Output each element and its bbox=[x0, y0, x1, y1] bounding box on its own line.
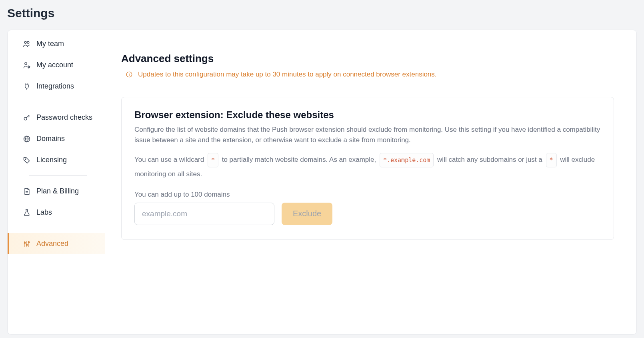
tag-icon bbox=[23, 156, 31, 164]
sidebar-item-password-checks[interactable]: Password checks bbox=[8, 107, 105, 128]
sidebar-item-label: My account bbox=[36, 61, 73, 69]
plug-icon bbox=[23, 82, 31, 91]
settings-sidebar: My team My account Integrations Pass bbox=[7, 30, 105, 335]
user-gear-icon bbox=[23, 61, 31, 69]
domain-input-row: Exclude bbox=[134, 203, 601, 225]
domain-input[interactable] bbox=[134, 203, 274, 225]
sidebar-item-label: My team bbox=[36, 40, 64, 48]
exclude-button[interactable]: Exclude bbox=[282, 203, 332, 225]
flask-icon bbox=[23, 209, 31, 217]
svg-point-2 bbox=[25, 62, 27, 64]
sidebar-separator bbox=[29, 102, 87, 102]
key-icon bbox=[23, 114, 31, 122]
svg-point-1 bbox=[27, 41, 29, 43]
sidebar-item-label: Plan & Billing bbox=[36, 187, 79, 195]
sidebar-item-label: Domains bbox=[36, 135, 65, 143]
sidebar-item-labs[interactable]: Labs bbox=[8, 202, 105, 223]
sidebar-item-label: Integrations bbox=[36, 82, 74, 91]
sidebar-item-advanced[interactable]: Advanced bbox=[8, 233, 105, 254]
warning-text: Updates to this configuration may take u… bbox=[138, 70, 437, 78]
warning-banner: Updates to this configuration may take u… bbox=[121, 70, 614, 78]
sidebar-item-label: Labs bbox=[36, 208, 52, 217]
domain-limit-label: You can add up to 100 domains bbox=[134, 191, 601, 199]
wildcard-help-text: You can use a wildcard * to partially ma… bbox=[134, 153, 601, 181]
page-title: Settings bbox=[0, 0, 644, 30]
content-panel: Advanced settings Updates to this config… bbox=[105, 30, 637, 335]
users-icon bbox=[23, 40, 31, 48]
svg-point-6 bbox=[25, 159, 26, 159]
sidebar-item-label: Licensing bbox=[36, 156, 67, 164]
sidebar-separator bbox=[29, 228, 87, 228]
sidebar-separator bbox=[29, 175, 87, 176]
wildcard-chip: * bbox=[208, 153, 218, 167]
svg-point-3 bbox=[28, 66, 30, 68]
wildcard-chip: * bbox=[546, 153, 557, 167]
sidebar-item-my-team[interactable]: My team bbox=[8, 33, 105, 54]
info-icon bbox=[125, 70, 133, 78]
card-title: Browser extension: Exclude these website… bbox=[134, 109, 601, 121]
sidebar-item-licensing[interactable]: Licensing bbox=[8, 149, 105, 171]
card-description: Configure the list of website domains th… bbox=[134, 125, 601, 146]
sliders-icon bbox=[23, 240, 31, 248]
exclude-websites-card: Browser extension: Exclude these website… bbox=[121, 97, 614, 240]
wildcard-example-chip: *.example.com bbox=[380, 153, 434, 167]
svg-point-0 bbox=[24, 41, 26, 43]
sidebar-item-my-account[interactable]: My account bbox=[8, 54, 105, 76]
document-icon bbox=[23, 187, 31, 195]
content-title: Advanced settings bbox=[121, 52, 614, 65]
sidebar-item-domains[interactable]: Domains bbox=[8, 128, 105, 149]
sidebar-item-plan-billing[interactable]: Plan & Billing bbox=[8, 181, 105, 202]
sidebar-item-label: Password checks bbox=[36, 113, 92, 122]
sidebar-item-label: Advanced bbox=[36, 239, 68, 248]
sidebar-item-integrations[interactable]: Integrations bbox=[8, 76, 105, 97]
globe-icon bbox=[23, 135, 31, 143]
